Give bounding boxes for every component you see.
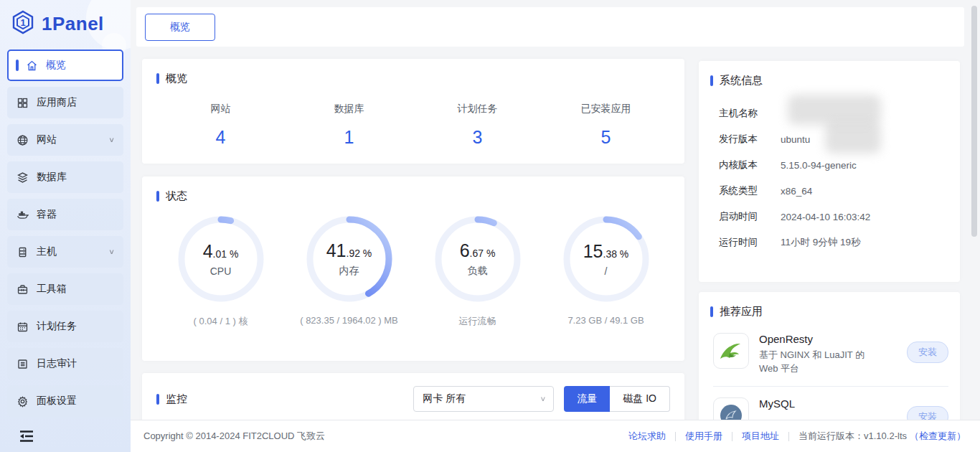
gauge-value: 4 (203, 241, 213, 261)
gauge-ring: 4.01 % CPU (176, 215, 265, 303)
tab-overview[interactable]: 概览 (145, 14, 215, 41)
copyright-text: Copyright © 2014-2024 FIT2CLOUD 飞致云 (143, 430, 325, 443)
stat-installed-apps: 已安装应用 5 (542, 103, 670, 148)
toolbox-icon (16, 283, 29, 296)
row-value: x86_64 (781, 186, 812, 197)
manual-link[interactable]: 使用手册 (676, 430, 732, 443)
traffic-button[interactable]: 流量 (564, 386, 610, 412)
stat-cronjobs: 计划任务 3 (413, 103, 542, 148)
sidebar-item-label: 应用商店 (37, 96, 77, 109)
app-description: 基于 NGINX 和 LuaJIT 的 Web 平台 (759, 349, 874, 376)
status-gauges: 4.01 % CPU ( 0.04 / 1 ) 核 41.92 % 内存 ( 8… (156, 215, 670, 328)
gauge-ring: 15.38 % / (562, 215, 651, 303)
container-icon (16, 208, 29, 221)
apps-title-text: 推荐应用 (720, 305, 763, 319)
title-accent-bar (710, 306, 713, 317)
gauge-ring: 41.92 % 内存 (305, 215, 394, 303)
status-section-title: 状态 (156, 189, 670, 203)
row-label: 运行时间 (719, 236, 781, 249)
title-accent-bar (710, 75, 713, 86)
sidebar-item-label: 主机 (37, 245, 57, 258)
sidebar-item-logs[interactable]: 日志审计 (7, 348, 123, 380)
scrollbar-thumb[interactable] (971, 6, 977, 237)
sysinfo-section-title: 系统信息 (710, 74, 948, 88)
monitor-title-text: 监控 (166, 392, 187, 406)
apps-section-title: 推荐应用 (710, 305, 948, 319)
sysinfo-row-release: 发行版本 ubuntu (719, 126, 948, 152)
gauge-value: 6 (460, 240, 470, 260)
sidebar-item-overview[interactable]: 概览 (7, 50, 123, 81)
stat-websites: 网站 4 (156, 103, 285, 148)
sidebar-item-container[interactable]: 容器 (7, 199, 123, 230)
overview-section-title: 概览 (156, 72, 670, 85)
gauge-decimal: .67 % (470, 248, 496, 259)
sidebar-item-host[interactable]: 主机 ∨ (7, 236, 123, 268)
settings-icon (16, 395, 29, 408)
overview-title-text: 概览 (166, 72, 187, 85)
gauge-caption: ( 823.35 / 1964.02 ) MB (300, 315, 398, 326)
gauge-value: 41 (326, 240, 347, 260)
gauge-load: 6.67 % 负载 运行流畅 (413, 215, 542, 328)
gauge-ring: 6.67 % 负载 (433, 215, 522, 303)
tab-bar: 概览 (136, 7, 964, 47)
sidebar-item-settings[interactable]: 面板设置 (7, 385, 123, 417)
row-value: 11小时 9分钟 19秒 (781, 236, 861, 249)
database-icon (16, 171, 29, 184)
row-label: 内核版本 (719, 159, 781, 171)
cron-icon (16, 320, 29, 333)
check-update-link[interactable]: （检查更新） (910, 430, 966, 443)
stat-value[interactable]: 1 (285, 127, 413, 148)
row-label: 发行版本 (719, 133, 781, 146)
home-icon (25, 59, 38, 72)
gauge-memory: 41.92 % 内存 ( 823.35 / 1964.02 ) MB (285, 215, 413, 328)
recommended-apps-card: 推荐应用 OpenResty 基于 NGINX 和 LuaJIT 的 Web 平… (699, 292, 960, 435)
sysinfo-row-arch: 系统类型 x86_64 (719, 178, 948, 204)
sidebar-menu: 概览 应用商店 网站 ∨ 数据库 容器 (0, 45, 131, 417)
footer-links: 论坛求助 使用手册 项目地址 当前运行版本：v1.10.2-lts （检查更新） (619, 430, 966, 443)
gauge-decimal: .92 % (347, 248, 372, 259)
row-label: 主机名称 (719, 107, 781, 120)
app-row-openresty: OpenResty 基于 NGINX 和 LuaJIT 的 Web 平台 安装 (710, 333, 948, 376)
gauge-value: 15 (583, 241, 603, 261)
sidebar-item-cron[interactable]: 计划任务 (7, 311, 123, 342)
gauge-caption: ( 0.04 / 1 ) 核 (194, 315, 248, 328)
install-button[interactable]: 安装 (907, 342, 948, 363)
divider (713, 386, 948, 387)
system-info-card: 系统信息 主机名称 发行版本 ubuntu 内核版本 5.15.0-94-gen… (699, 61, 960, 282)
redacted-release-blur (825, 122, 881, 154)
logs-icon (16, 357, 29, 370)
sidebar-item-toolbox[interactable]: 工具箱 (7, 273, 123, 305)
version-text: 当前运行版本：v1.10.2-lts (789, 430, 910, 443)
sidebar-collapse-icon[interactable] (19, 429, 34, 443)
disk-io-button[interactable]: 磁盘 IO (610, 386, 670, 412)
sidebar-item-website[interactable]: 网站 ∨ (7, 124, 123, 156)
sidebar-item-database[interactable]: 数据库 (7, 161, 123, 193)
title-accent-bar (156, 394, 159, 405)
forum-help-link[interactable]: 论坛求助 (619, 430, 675, 443)
network-card-select[interactable]: 网卡 所有 ∨ (413, 386, 554, 412)
stat-value[interactable]: 3 (413, 127, 542, 148)
project-link[interactable]: 项目地址 (732, 430, 788, 443)
sidebar-item-label: 网站 (37, 133, 57, 146)
stat-label: 数据库 (285, 103, 413, 116)
active-indicator (16, 60, 19, 71)
sidebar-item-app-store[interactable]: 应用商店 (7, 87, 123, 118)
app-name[interactable]: OpenResty (759, 333, 897, 345)
sysinfo-row-kernel: 内核版本 5.15.0-94-generic (719, 152, 948, 178)
globe-icon (16, 133, 29, 146)
logo-hexagon-icon: 1 (10, 9, 36, 38)
sidebar-item-label: 计划任务 (37, 320, 77, 333)
chevron-down-icon: ∨ (540, 395, 547, 402)
gauge-decimal: .38 % (603, 248, 629, 260)
gauge-caption: 运行流畅 (459, 315, 496, 328)
gauge-caption: 7.23 GB / 49.1 GB (567, 315, 644, 326)
app-name[interactable]: MySQL (759, 397, 897, 410)
stat-value[interactable]: 4 (156, 127, 285, 148)
row-label: 系统类型 (719, 184, 781, 197)
sidebar-item-label: 工具箱 (37, 283, 67, 296)
chevron-down-icon: ∨ (108, 136, 115, 143)
stat-value[interactable]: 5 (542, 127, 670, 148)
status-card: 状态 4.01 % CPU ( 0.04 / 1 ) 核 (142, 176, 684, 361)
app-logo[interactable]: 1 1Panel (0, 0, 131, 45)
title-accent-bar (156, 73, 159, 84)
